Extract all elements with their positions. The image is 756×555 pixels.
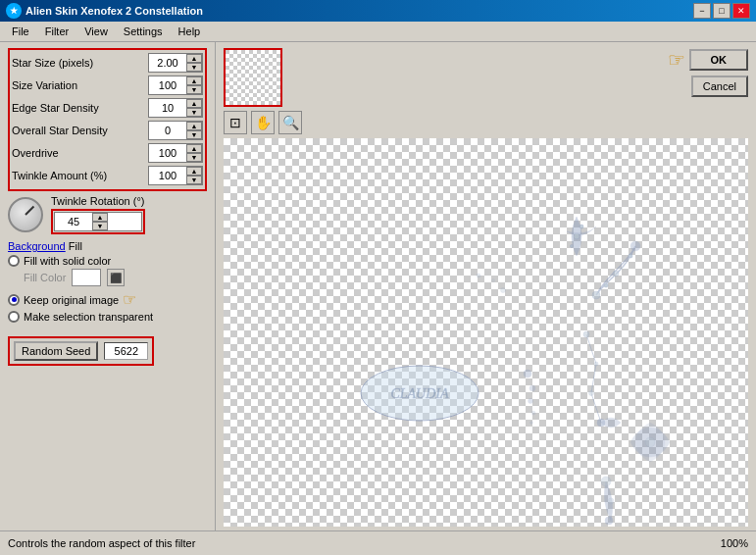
make-transparent-label: Make selection transparent (24, 311, 153, 323)
fill-color-swatch[interactable] (72, 269, 101, 286)
star-size-input[interactable] (149, 54, 186, 72)
size-variation-spinner[interactable]: ▲ ▼ (148, 76, 203, 95)
overall-star-density-down[interactable]: ▼ (186, 130, 202, 139)
overdrive-down[interactable]: ▼ (186, 153, 202, 162)
twinkle-rotation-down[interactable]: ▼ (92, 222, 108, 230)
overall-star-density-label: Overall Star Density (12, 125, 148, 136)
svg-point-11 (613, 271, 619, 277)
keep-original-row[interactable]: Keep original image ☞ (8, 290, 207, 309)
twinkle-amount-up[interactable]: ▲ (186, 167, 202, 176)
svg-point-10 (592, 291, 600, 299)
overall-star-density-row: Overall Star Density ▲ ▼ (12, 120, 203, 141)
edge-star-density-spinner[interactable]: ▲ ▼ (148, 98, 203, 118)
pan-tool[interactable]: ✋ (251, 111, 275, 134)
random-seed-row: Random Seed (8, 336, 154, 366)
zoom-fit-tool[interactable]: ⊡ (224, 111, 247, 134)
twinkle-rotation-input[interactable] (55, 213, 92, 230)
make-transparent-radio[interactable] (8, 311, 20, 323)
background-word: Background (8, 240, 66, 252)
twinkle-rotation-label: Twinkle Rotation (°) (51, 195, 145, 207)
overall-star-density-input[interactable] (149, 122, 186, 139)
edge-star-density-up[interactable]: ▲ (186, 99, 202, 108)
svg-point-7 (574, 233, 580, 239)
ok-button[interactable]: OK (689, 49, 749, 71)
dial-needle (25, 206, 34, 216)
rotation-dial[interactable] (8, 197, 43, 232)
twinkle-amount-label: Twinkle Amount (%) (12, 170, 148, 181)
menu-help[interactable]: Help (171, 24, 209, 39)
svg-point-30 (645, 437, 655, 447)
random-seed-button[interactable]: Random Seed (14, 341, 98, 361)
ok-arrow-icon: ☞ (668, 48, 685, 72)
window-title: Alien Skin Xenofex 2 Constellation (25, 5, 203, 17)
twinkle-rotation-up[interactable]: ▲ (92, 213, 108, 222)
fill-solid-radio[interactable] (8, 255, 20, 267)
make-transparent-row[interactable]: Make selection transparent (8, 311, 207, 323)
svg-point-24 (529, 399, 533, 404)
status-bar: Controls the random aspect of this filte… (0, 530, 756, 554)
star-size-label: Star Size (pixels) (12, 57, 148, 69)
svg-point-13 (629, 254, 632, 258)
svg-point-20 (608, 498, 614, 504)
maximize-button[interactable]: □ (713, 3, 731, 19)
svg-point-17 (589, 391, 594, 396)
zoom-tool[interactable]: 🔍 (278, 111, 302, 134)
random-seed-input[interactable] (104, 342, 148, 360)
cancel-button[interactable]: Cancel (691, 76, 748, 97)
left-panel: Star Size (pixels) ▲ ▼ Size Variation ▲ (0, 42, 216, 530)
spinners-group: Star Size (pixels) ▲ ▼ Size Variation ▲ (8, 48, 207, 191)
svg-point-22 (524, 370, 531, 378)
overall-star-density-up[interactable]: ▲ (186, 122, 202, 130)
twinkle-rotation-spinner-wrapper: ▲ ▼ (51, 209, 145, 234)
size-variation-up[interactable]: ▲ (186, 76, 202, 85)
overdrive-input[interactable] (149, 144, 186, 162)
menu-settings[interactable]: Settings (116, 24, 171, 39)
checkerboard-background: CLAUDIA (224, 138, 748, 527)
menu-bar: File Filter View Settings Help (0, 22, 756, 42)
svg-point-26 (530, 422, 533, 425)
close-button[interactable]: ✕ (732, 3, 750, 19)
star-size-up[interactable]: ▲ (186, 54, 202, 63)
size-variation-row: Size Variation ▲ ▼ (12, 75, 203, 96)
overdrive-spinner[interactable]: ▲ ▼ (148, 143, 203, 163)
svg-point-16 (594, 362, 598, 366)
minimize-button[interactable]: − (693, 3, 711, 19)
svg-point-19 (601, 477, 611, 486)
svg-point-21 (605, 517, 613, 525)
status-message: Controls the random aspect of this filte… (8, 537, 195, 549)
arrow-pointer-icon: ☞ (123, 290, 136, 309)
svg-point-25 (531, 411, 535, 415)
twinkle-amount-down[interactable]: ▼ (186, 176, 202, 184)
canvas-area[interactable]: CLAUDIA (224, 138, 748, 527)
twinkle-amount-input[interactable] (149, 167, 186, 184)
menu-filter[interactable]: Filter (37, 24, 76, 39)
menu-file[interactable]: File (4, 24, 37, 39)
fill-color-label: Fill Color (24, 272, 66, 283)
svg-point-27 (477, 274, 480, 278)
edge-star-density-down[interactable]: ▼ (186, 108, 202, 117)
twinkle-amount-spinner[interactable]: ▲ ▼ (148, 166, 203, 185)
app-icon: ★ (6, 3, 22, 19)
size-variation-down[interactable]: ▼ (186, 85, 202, 94)
overdrive-up[interactable]: ▲ (186, 144, 202, 153)
zoom-level: 100% (721, 537, 748, 549)
keep-original-label: Keep original image (24, 294, 119, 306)
svg-point-8 (580, 225, 583, 228)
svg-point-12 (630, 241, 640, 251)
star-size-spinner[interactable]: ▲ ▼ (148, 53, 203, 73)
overall-star-density-spinner[interactable]: ▲ ▼ (148, 121, 203, 140)
svg-point-14 (604, 283, 608, 287)
star-size-down[interactable]: ▼ (186, 63, 202, 72)
svg-point-9 (571, 245, 574, 248)
edge-star-density-label: Edge Star Density (12, 102, 148, 114)
size-variation-input[interactable] (149, 76, 186, 94)
menu-view[interactable]: View (76, 24, 116, 39)
constellation-svg: CLAUDIA (224, 138, 748, 527)
edge-star-density-input[interactable] (149, 99, 186, 117)
color-picker-icon[interactable]: ⬛ (107, 269, 125, 286)
fill-solid-row[interactable]: Fill with solid color (8, 255, 207, 267)
title-bar: ★ Alien Skin Xenofex 2 Constellation − □… (0, 0, 756, 22)
right-panel: ⊡ ✋ 🔍 ☞ OK Cancel (216, 42, 756, 530)
keep-original-radio[interactable] (8, 294, 20, 306)
twinkle-rotation-spinner[interactable]: ▲ ▼ (54, 212, 142, 231)
